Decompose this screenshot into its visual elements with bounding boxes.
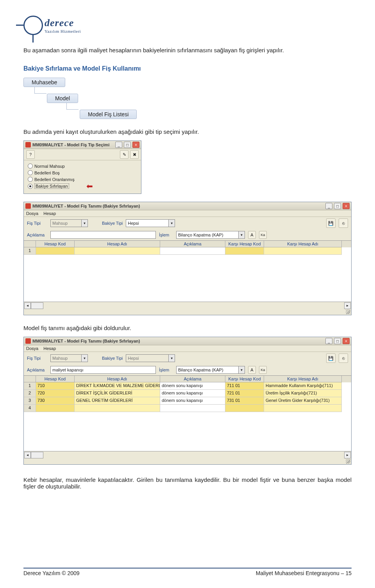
cell-aciklama[interactable]: dönem sonu kapanışı: [160, 382, 225, 390]
cell-hesap-kod[interactable]: [36, 405, 75, 412]
grid-row[interactable]: 2720DİREKT İŞÇİLİK GİDERLERİdönem sonu k…: [24, 390, 351, 397]
menu-dosya[interactable]: Dosya: [26, 346, 38, 351]
cell-aciklama[interactable]: dönem sonu kapanışı: [160, 390, 225, 397]
input-bakiye-tipi[interactable]: Hepsi: [126, 219, 169, 227]
cell-aciklama[interactable]: dönem sonu kapanışı: [160, 397, 225, 405]
font-ka-button[interactable]: Ka: [259, 366, 267, 374]
label-bakiye-tipi: Bakiye Tipi: [102, 356, 123, 361]
col-hesap-kod[interactable]: Hesap Kod: [36, 241, 75, 247]
cell-karsi-adi[interactable]: Üretim İşçilik Karşılığı(721): [264, 390, 342, 397]
scroll-left-button[interactable]: ◄: [24, 452, 31, 458]
row-header: [24, 241, 36, 247]
dropdown-button[interactable]: ▼: [82, 354, 88, 362]
save-button[interactable]: 💾: [326, 354, 336, 363]
maximize-button[interactable]: □: [334, 203, 341, 209]
cell-hesap-kod[interactable]: 730: [36, 397, 75, 405]
cell-hesap-adi[interactable]: [75, 405, 160, 412]
dropdown-button[interactable]: ▼: [82, 219, 88, 227]
cell-karsi-kod[interactable]: [225, 405, 264, 412]
radio-bedel-bos[interactable]: [28, 170, 33, 175]
cell-hesap-adi[interactable]: DİREKT İLKMADDE VE MALZEME GİDERLER: [75, 382, 160, 390]
scrollbar[interactable]: ◄ ►: [24, 451, 351, 459]
cell-karsi-kod[interactable]: 711 01: [225, 382, 264, 390]
scroll-thumb[interactable]: [31, 452, 43, 458]
delete-icon[interactable]: ✖: [130, 150, 139, 159]
resize-grip[interactable]: [346, 459, 350, 464]
maximize-button[interactable]: □: [334, 338, 341, 344]
radio-normal[interactable]: [28, 163, 33, 169]
cell-aciklama[interactable]: [160, 247, 225, 255]
menu-hesap[interactable]: Hesap: [43, 211, 56, 216]
input-aciklama[interactable]: maliyet kapanışı: [50, 366, 156, 374]
cell-hesap-adi[interactable]: DİREKT İŞÇİLİK GİDERLERİ: [75, 390, 160, 397]
edit-icon[interactable]: ✎: [120, 150, 129, 159]
col-karsi-adi[interactable]: Karşı Hesap Adı: [264, 241, 342, 247]
exit-button[interactable]: ⎋: [339, 219, 348, 228]
col-aciklama[interactable]: Açıklama: [160, 241, 225, 247]
dropdown-button[interactable]: ▼: [169, 219, 175, 227]
minimize-button[interactable]: _: [325, 338, 332, 344]
col-hesap-adi[interactable]: Hesap Adı: [75, 241, 160, 247]
cell-karsi-kod[interactable]: 731 01: [225, 397, 264, 405]
logo-title: derece: [45, 17, 81, 29]
close-button[interactable]: ×: [132, 142, 139, 148]
save-button[interactable]: 💾: [326, 219, 336, 228]
scrollbar[interactable]: ◄ ►: [24, 302, 351, 309]
menu-dosya[interactable]: Dosya: [26, 211, 38, 216]
dialog-model-fis-empty: MM09MALIYET - Model Fiş Tanımı (Bakiye S…: [23, 202, 352, 315]
close-button[interactable]: ×: [343, 203, 350, 209]
radio-bakiye-sifirlayan[interactable]: [28, 184, 33, 189]
col-hesap-kod[interactable]: Hesap Kod: [36, 376, 75, 382]
dropdown-button[interactable]: ▼: [169, 354, 175, 362]
font-ka-button[interactable]: Ka: [259, 231, 267, 239]
input-bakiye-tipi[interactable]: Hepsi: [126, 354, 169, 362]
paragraph-3: Model fiş tanımı aşağıdaki gibi doldurul…: [23, 325, 352, 331]
grid-row[interactable]: 4: [24, 405, 351, 412]
input-aciklama[interactable]: [50, 231, 156, 239]
cell-karsi-kod[interactable]: [225, 247, 264, 255]
radio-oranlanmis[interactable]: [28, 177, 33, 182]
cell-aciklama[interactable]: [160, 405, 225, 412]
maximize-button[interactable]: □: [124, 142, 131, 148]
col-aciklama[interactable]: Açıklama: [160, 376, 225, 382]
cell-hesap-adi[interactable]: [75, 247, 160, 255]
cell-karsi-kod[interactable]: 721 01: [225, 390, 264, 397]
grid-row[interactable]: 1: [24, 247, 351, 255]
cell-karsi-adi[interactable]: [264, 247, 342, 255]
grid-row[interactable]: 3730GENEL ÜRETİM GİDERLERİdönem sonu kap…: [24, 397, 351, 405]
grid-row[interactable]: 1710DİREKT İLKMADDE VE MALZEME GİDERLERd…: [24, 382, 351, 390]
col-karsi-adi[interactable]: Karşı Hesap Adı: [264, 376, 342, 382]
paragraph-2: Bu adımda yeni kayıt oluşturulurken aşağ…: [23, 128, 352, 135]
close-button[interactable]: ×: [343, 338, 350, 344]
font-a-button[interactable]: A: [248, 231, 256, 239]
menu-hesap[interactable]: Hesap: [43, 346, 56, 351]
cell-karsi-adi[interactable]: [264, 405, 342, 412]
col-hesap-adi[interactable]: Hesap Adı: [75, 376, 160, 382]
exit-button[interactable]: ⎋: [339, 354, 348, 363]
col-karsi-kod[interactable]: Karşı Hesap Kod: [225, 241, 264, 247]
scroll-thumb[interactable]: [31, 302, 43, 309]
cell-karsi-adi[interactable]: Genel Üretim Gider Karşılığı(731): [264, 397, 342, 405]
help-button[interactable]: ?: [26, 150, 35, 159]
font-a-button[interactable]: A: [248, 366, 256, 374]
input-fis-tipi[interactable]: Mahsup: [50, 219, 82, 227]
minimize-button[interactable]: _: [325, 203, 332, 209]
input-fis-tipi[interactable]: Mahsup: [50, 354, 82, 362]
dropdown-button[interactable]: ▼: [239, 366, 245, 374]
cell-hesap-adi[interactable]: GENEL ÜRETİM GİDERLERİ: [75, 397, 160, 405]
scroll-right-button[interactable]: ►: [344, 452, 351, 458]
row-num: 2: [24, 390, 36, 397]
scroll-left-button[interactable]: ◄: [24, 302, 31, 309]
cell-karsi-adi[interactable]: Hammadde Kullanım Karşılığı(711): [264, 382, 342, 390]
dropdown-button[interactable]: ▼: [239, 231, 245, 239]
cell-hesap-kod[interactable]: 720: [36, 390, 75, 397]
input-islem[interactable]: Bilanço Kapatma (KAP): [176, 366, 239, 374]
resize-grip[interactable]: [346, 309, 350, 314]
cell-hesap-kod[interactable]: [36, 247, 75, 255]
minimize-button[interactable]: _: [115, 142, 122, 148]
input-islem[interactable]: Bilanço Kapatma (KAP): [176, 231, 239, 239]
scroll-right-button[interactable]: ►: [344, 302, 351, 309]
paragraph-4: Kebir hesaplar, muavinlerle kapatılacakt…: [23, 476, 352, 490]
cell-hesap-kod[interactable]: 710: [36, 382, 75, 390]
col-karsi-kod[interactable]: Karşı Hesap Kod: [225, 376, 264, 382]
